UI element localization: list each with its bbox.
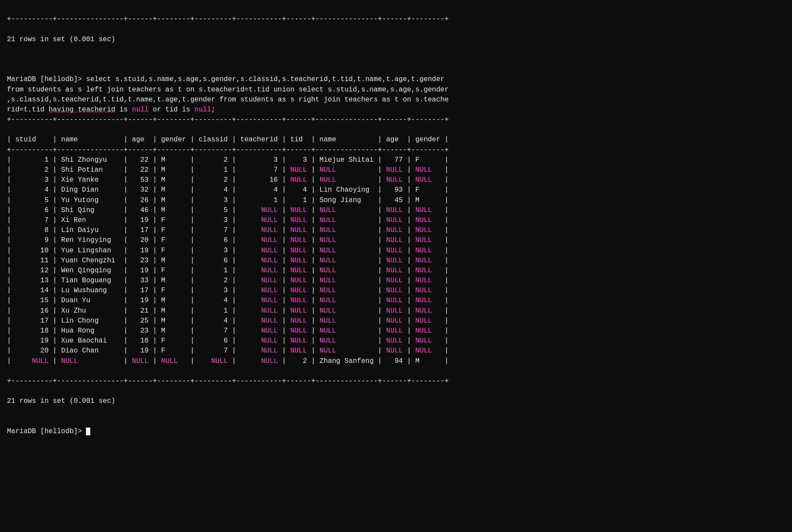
- prompt1: MariaDB [hellodb]>: [7, 75, 82, 83]
- null-value: NULL: [415, 236, 440, 244]
- null-value: NULL: [319, 307, 374, 315]
- having-clause: having teacherid: [49, 106, 115, 114]
- null-value: NULL: [386, 236, 403, 244]
- null-value: NULL: [386, 226, 403, 234]
- table-row: | 17 | Lin Chong | 25 | M | 4 | NULL | N…: [7, 316, 785, 326]
- null-value: NULL: [386, 287, 403, 294]
- null-value: NULL: [386, 337, 403, 345]
- rows-info-top: 21 rows in set (0.001 sec) MariaDB [hell…: [7, 36, 449, 114]
- null-value: NULL: [386, 307, 403, 315]
- header-row: | stuid | name | age | gender | classid …: [7, 136, 449, 144]
- null-value: NULL: [386, 327, 403, 335]
- null-value: NULL: [240, 216, 278, 224]
- null-value: NULL: [415, 226, 440, 234]
- null-value: NULL: [132, 357, 148, 365]
- null-value: NULL: [290, 216, 307, 224]
- table-row: | 12 | Wen Qingqing | 19 | F | 1 | NULL …: [7, 266, 785, 276]
- null-value: NULL: [319, 327, 374, 335]
- null-value: NULL: [319, 287, 374, 294]
- separator-line2: +----------+----------------+------+----…: [7, 146, 449, 154]
- null-value: NULL: [240, 257, 278, 264]
- prompt2: MariaDB [hellodb]>: [7, 428, 82, 435]
- null-value: NULL: [290, 287, 307, 294]
- null-value: NULL: [386, 347, 403, 355]
- null-value: NULL: [290, 317, 307, 325]
- null-keyword-2: null: [194, 106, 211, 114]
- null-value: NULL: [240, 307, 278, 315]
- terminal-bottom: +----------+----------------+------+----…: [7, 366, 785, 447]
- null-value: NULL: [319, 226, 374, 234]
- null-value: NULL: [415, 267, 440, 274]
- null-value: NULL: [240, 297, 278, 304]
- null-value: NULL: [386, 267, 403, 274]
- null-value: NULL: [290, 277, 307, 284]
- table-row: | 13 | Tian Boguang | 33 | M | 2 | NULL …: [7, 276, 785, 286]
- null-value: NULL: [290, 166, 307, 174]
- null-value: NULL: [415, 216, 440, 224]
- null-keyword-1: null: [132, 106, 148, 114]
- table-row: | 18 | Hua Rong | 23 | M | 7 | NULL | NU…: [7, 326, 785, 336]
- null-value: NULL: [290, 327, 307, 335]
- null-value: NULL: [240, 226, 278, 234]
- table-row: | 19 | Xue Baochai | 18 | F | 6 | NULL |…: [7, 336, 785, 346]
- null-value: NULL: [240, 277, 278, 284]
- terminal: +----------+----------------+------+----…: [7, 4, 785, 155]
- null-value: NULL: [240, 347, 278, 355]
- null-value: NULL: [386, 166, 403, 174]
- null-value: NULL: [290, 267, 307, 274]
- table-row: | 8 | Lin Daiyu | 17 | F | 7 | NULL | NU…: [7, 225, 785, 235]
- null-value: NULL: [290, 226, 307, 234]
- table-row: | 1 | Shi Zhongyu | 22 | M | 2 | 3 | 3 |…: [7, 155, 785, 165]
- null-value: NULL: [290, 206, 307, 214]
- null-value: NULL: [15, 357, 49, 365]
- null-value: NULL: [386, 317, 403, 325]
- null-value: NULL: [199, 357, 228, 365]
- null-value: NULL: [415, 337, 440, 345]
- null-value: NULL: [415, 206, 440, 214]
- cursor: [86, 428, 90, 435]
- null-value: NULL: [415, 347, 440, 355]
- null-value: NULL: [386, 277, 403, 284]
- null-value: NULL: [240, 327, 278, 335]
- null-value: NULL: [415, 287, 440, 294]
- table-row: | 14 | Lu Wushuang | 17 | F | 3 | NULL |…: [7, 286, 785, 296]
- null-value: NULL: [61, 357, 119, 365]
- rows-info-bottom: 21 rows in set (0.001 sec) MariaDB [hell…: [7, 397, 115, 435]
- null-value: NULL: [386, 216, 403, 224]
- null-value: NULL: [319, 297, 374, 304]
- null-value: NULL: [415, 297, 440, 304]
- null-value: NULL: [319, 166, 374, 174]
- null-value: NULL: [240, 337, 278, 345]
- table-row: | 20 | Diao Chan | 19 | F | 7 | NULL | N…: [7, 346, 785, 356]
- null-value: NULL: [415, 166, 440, 174]
- table-row: | 5 | Yu Yutong | 26 | M | 3 | 1 | 1 | S…: [7, 196, 785, 206]
- separator-line: +----------+----------------+------+----…: [7, 116, 449, 124]
- table-row: | NULL | NULL | NULL | NULL | NULL | NUL…: [7, 356, 785, 366]
- null-value: NULL: [386, 206, 403, 214]
- null-value: NULL: [240, 287, 278, 294]
- null-value: NULL: [386, 257, 403, 264]
- null-value: NULL: [319, 257, 374, 264]
- null-value: NULL: [415, 307, 440, 315]
- null-value: NULL: [415, 257, 440, 264]
- null-value: NULL: [319, 267, 374, 274]
- table-row: | 4 | Ding Dian | 32 | M | 4 | 4 | 4 | L…: [7, 185, 785, 195]
- table-row: | 10 | Yue Lingshan | 19 | F | 3 | NULL …: [7, 246, 785, 256]
- null-value: NULL: [319, 337, 374, 345]
- null-value: NULL: [415, 317, 440, 325]
- separator-bottom: +----------+----------------+------+----…: [7, 377, 449, 385]
- null-value: NULL: [319, 216, 374, 224]
- null-value: NULL: [319, 277, 374, 284]
- null-value: NULL: [415, 176, 440, 184]
- null-value: NULL: [240, 247, 278, 255]
- null-value: NULL: [319, 247, 374, 255]
- null-value: NULL: [386, 176, 403, 184]
- null-value: NULL: [161, 357, 186, 365]
- table-row: | 3 | Xie Yanke | 53 | M | 2 | 16 | NULL…: [7, 175, 785, 185]
- null-value: NULL: [290, 247, 307, 255]
- top-separator: +----------+----------------+------+----…: [7, 15, 449, 23]
- null-value: NULL: [290, 297, 307, 304]
- null-value: NULL: [415, 247, 440, 255]
- null-value: NULL: [240, 236, 278, 244]
- null-value: NULL: [240, 317, 278, 325]
